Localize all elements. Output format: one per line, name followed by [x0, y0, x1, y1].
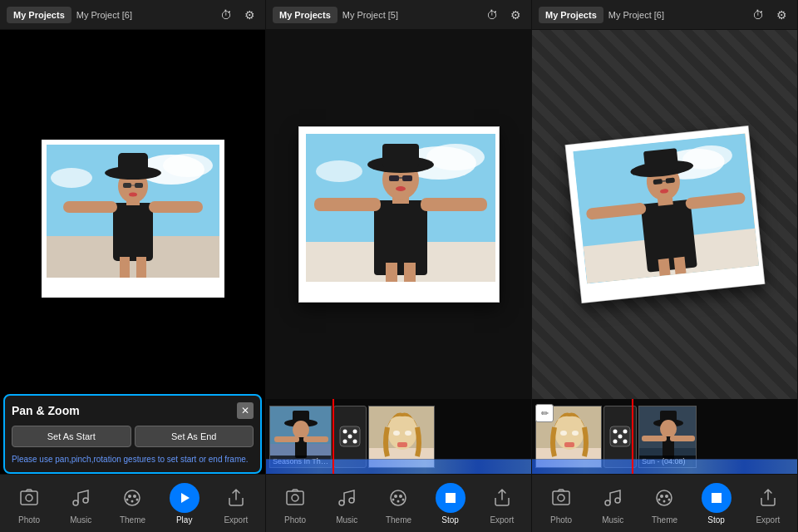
svg-point-51: [293, 421, 309, 439]
music-icon: [66, 483, 96, 513]
svg-point-2: [163, 154, 213, 177]
svg-point-72: [394, 495, 397, 498]
svg-rect-16: [120, 257, 130, 278]
stop-label-3: Stop: [707, 515, 725, 525]
settings-icon-2[interactable]: ⚙: [506, 6, 525, 24]
clock-icon-3[interactable]: ⏱: [749, 6, 767, 24]
svg-rect-40: [382, 144, 419, 167]
panel-1-my-projects[interactable]: My Projects: [7, 7, 71, 23]
edit-icon-overlay[interactable]: ✏: [535, 404, 554, 422]
svg-rect-5: [113, 203, 153, 261]
panel-3-preview: [532, 30, 797, 399]
toolbar-p2-music-btn[interactable]: Music: [327, 480, 367, 528]
svg-point-117: [605, 500, 610, 505]
svg-point-27: [136, 498, 139, 500]
clock-icon[interactable]: ⏱: [217, 6, 235, 24]
svg-rect-37: [421, 198, 487, 211]
svg-point-15: [129, 193, 137, 197]
svg-point-119: [657, 490, 672, 505]
svg-rect-67: [287, 491, 303, 505]
panel-1-photo: [47, 145, 219, 278]
toolbar-p2-theme-btn[interactable]: Theme: [378, 480, 418, 528]
toolbar-photo-btn[interactable]: Photo: [9, 480, 49, 528]
settings-icon[interactable]: ⚙: [240, 6, 259, 24]
panel-3: My Projects My Project [6] ⏱ ⚙: [532, 0, 798, 532]
panel-2-photo-frame: [299, 127, 499, 302]
svg-point-122: [658, 498, 661, 500]
svg-rect-54: [303, 436, 328, 442]
svg-point-19: [26, 495, 32, 501]
toolbar-p3-theme-btn[interactable]: Theme: [644, 480, 684, 528]
waveform-p3: [532, 459, 797, 474]
svg-point-58: [353, 430, 357, 434]
panel-2-photo: [306, 134, 495, 282]
panel-2-cursor: [332, 399, 334, 474]
export-label: Export: [224, 515, 248, 525]
settings-icon-3[interactable]: ⚙: [772, 6, 791, 24]
theme-label-3: Theme: [652, 515, 677, 525]
dialog-close-button[interactable]: ✕: [237, 402, 254, 419]
panel-2-toolbar: Photo Music Theme Stop Export: [266, 474, 531, 532]
toolbar-p2-stop-btn[interactable]: Stop: [431, 480, 470, 528]
svg-point-118: [615, 498, 620, 503]
photo-icon-3: [546, 483, 576, 513]
export-icon-3: [753, 483, 783, 513]
panel-1: My Projects My Project [6] ⏱ ⚙: [0, 0, 266, 532]
svg-point-121: [665, 495, 668, 498]
svg-point-111: [660, 420, 677, 438]
toolbar-p3-music-btn[interactable]: Music: [593, 480, 633, 528]
svg-rect-53: [274, 436, 299, 442]
panel-1-photo-frame: [42, 140, 224, 298]
svg-point-74: [392, 498, 395, 500]
svg-point-69: [339, 500, 344, 505]
toolbar-p2-photo-btn[interactable]: Photo: [275, 480, 315, 528]
svg-point-64: [393, 431, 400, 436]
panel-2-project-name: My Project [5]: [342, 10, 483, 20]
svg-point-105: [613, 440, 618, 444]
panel-2-header: My Projects My Project [5] ⏱ ⚙: [266, 0, 531, 30]
music-label-2: Music: [336, 515, 357, 525]
svg-rect-12: [123, 183, 131, 188]
svg-rect-34: [374, 200, 427, 275]
panel-3-header: My Projects My Project [6] ⏱ ⚙: [532, 0, 797, 30]
svg-point-71: [391, 490, 406, 505]
svg-rect-66: [397, 442, 407, 447]
toolbar-export-btn[interactable]: Export: [216, 480, 256, 528]
svg-point-22: [125, 490, 140, 505]
toolbar-play-btn[interactable]: Play: [165, 480, 204, 528]
panel-2-my-projects[interactable]: My Projects: [273, 7, 337, 23]
panel-3-my-projects[interactable]: My Projects: [539, 7, 603, 23]
svg-rect-115: [553, 491, 569, 505]
set-end-button[interactable]: Set As End: [135, 426, 254, 447]
clock-icon-2[interactable]: ⏱: [483, 6, 501, 24]
svg-point-99: [572, 431, 579, 436]
panel-3-header-icons: ⏱ ⚙: [749, 6, 791, 24]
photo-label: Photo: [18, 515, 40, 525]
panel-1-header: My Projects My Project [6] ⏱ ⚙: [0, 0, 265, 30]
panel-2-timeline: Seasons In The Sun - (04:0: [266, 399, 531, 474]
toolbar-p2-export-btn[interactable]: Export: [482, 480, 522, 528]
music-label: Music: [70, 515, 91, 525]
svg-rect-42: [402, 175, 412, 181]
svg-rect-46: [404, 263, 416, 282]
toolbar-music-btn[interactable]: Music: [61, 480, 101, 528]
svg-point-32: [316, 160, 362, 182]
toolbar-p3-export-btn[interactable]: Export: [748, 480, 788, 528]
toolbar-theme-btn[interactable]: Theme: [112, 480, 152, 528]
set-start-button[interactable]: Set As Start: [12, 426, 131, 447]
svg-point-59: [343, 440, 347, 444]
panel-2-header-icons: ⏱ ⚙: [483, 6, 525, 24]
photo-icon-2: [280, 483, 310, 513]
dialog-description: Please use pan,pinch,rotation gestures t…: [12, 454, 254, 466]
photo-label-3: Photo: [550, 515, 572, 525]
panel-3-photo-frame: [565, 126, 764, 303]
svg-point-70: [349, 498, 354, 503]
svg-point-57: [348, 435, 352, 439]
svg-point-76: [402, 498, 405, 500]
svg-point-98: [560, 431, 567, 436]
panel-1-toolbar: Photo Music Theme Play Export: [0, 474, 265, 532]
svg-rect-17: [136, 257, 146, 278]
toolbar-p3-photo-btn[interactable]: Photo: [541, 480, 581, 528]
toolbar-p3-stop-btn[interactable]: Stop: [697, 480, 736, 528]
svg-point-116: [558, 495, 564, 501]
